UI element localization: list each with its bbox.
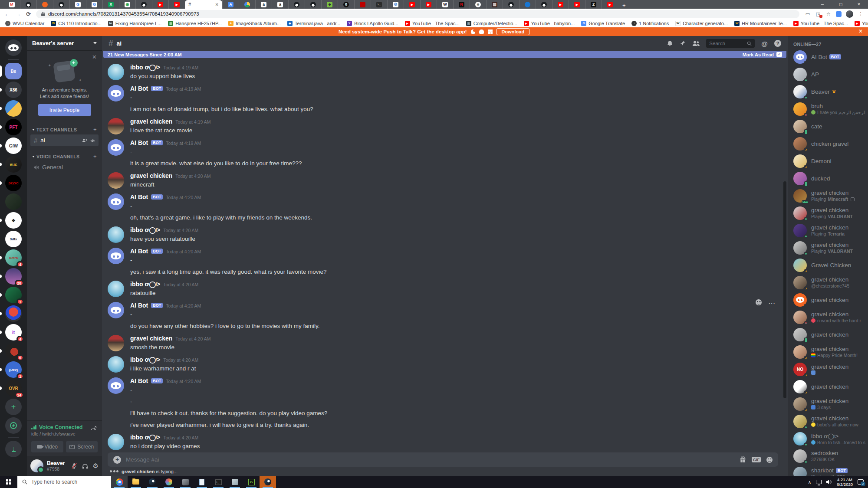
- voice-channel-detail[interactable]: idle / twitch.tv/swuave: [31, 431, 98, 436]
- member-row[interactable]: chicken gravel: [793, 135, 865, 152]
- message-author[interactable]: AI Bot: [130, 139, 148, 146]
- taskbar-steam[interactable]: [144, 476, 161, 488]
- avatar[interactable]: [793, 432, 807, 445]
- add-member-icon[interactable]: [82, 138, 87, 143]
- member-row[interactable]: gravel chickenbobo's all alone now: [793, 413, 865, 430]
- member-row[interactable]: gravel chickenPlaying VALORANT: [793, 239, 865, 256]
- avatar[interactable]: [108, 281, 124, 297]
- avatar[interactable]: [793, 241, 807, 255]
- network-icon[interactable]: [816, 480, 822, 484]
- invite-people-button[interactable]: Invite People: [38, 104, 91, 116]
- tray-expand-icon[interactable]: ∧: [808, 480, 811, 485]
- tab-profile-site[interactable]: ☻: [470, 0, 486, 9]
- browser-profile-avatar[interactable]: [846, 10, 853, 18]
- avatar[interactable]: [108, 64, 124, 80]
- mark-as-read-button[interactable]: Mark As Read: [743, 52, 774, 57]
- server-icon-pipboy[interactable]: [5, 193, 22, 210]
- taskbar-notepad[interactable]: [194, 476, 210, 488]
- tab-discord-active[interactable]: #✕: [185, 0, 222, 9]
- address-bar[interactable]: discord.com/channels/708201314370453554/…: [36, 10, 799, 18]
- message-author[interactable]: ibbo ơ◯ᵎ>: [130, 281, 160, 288]
- tab-smiley-green[interactable]: ☻: [321, 0, 338, 9]
- tab-github[interactable]: [305, 0, 321, 9]
- member-row[interactable]: NOgravel chicken: [793, 360, 865, 378]
- extension-blue-icon[interactable]: [836, 11, 842, 17]
- tab-github[interactable]: [135, 0, 152, 9]
- bookmark-item[interactable]: WCS 110 Introductio...: [51, 21, 101, 26]
- reload-icon[interactable]: ⟳: [26, 11, 31, 17]
- member-row[interactable]: gravel chicken3 days: [793, 395, 865, 413]
- server-icon-dev-help[interactable]: {Dev}1: [5, 361, 22, 378]
- taskbar-app[interactable]: [227, 476, 243, 488]
- avatar[interactable]: NO: [793, 363, 807, 376]
- bookmark-item[interactable]: WCharacter generato...: [675, 21, 728, 26]
- avatar[interactable]: [793, 50, 807, 64]
- add-reaction-icon[interactable]: +: [756, 299, 762, 307]
- tab-gmail[interactable]: M: [3, 0, 20, 9]
- message-author[interactable]: AI Bot: [130, 302, 148, 309]
- taskbar-cmd[interactable]: ›_: [210, 476, 227, 488]
- member-row[interactable]: sharkbotBOTPlaying with 326 ♥s: [793, 465, 865, 476]
- avatar[interactable]: [108, 193, 124, 210]
- avatar[interactable]: [108, 434, 124, 450]
- member-row[interactable]: bruhI hate you بسم الله الرحمن الرحيم...: [793, 100, 865, 118]
- inbox-mentions-icon[interactable]: @: [761, 40, 768, 47]
- member-row[interactable]: gravel chicken: [793, 291, 865, 308]
- member-list-icon[interactable]: [692, 40, 700, 46]
- message-author[interactable]: ibbo ơ◯ᵎ>: [130, 226, 160, 233]
- upload-plus-icon[interactable]: +: [113, 456, 121, 464]
- invite-close-icon[interactable]: ✕: [92, 54, 97, 60]
- download-apps-button[interactable]: ↓: [5, 441, 22, 457]
- avatar[interactable]: [793, 224, 807, 237]
- avatar[interactable]: [793, 345, 807, 359]
- taskbar-krita[interactable]: [161, 476, 177, 488]
- tab-youtube[interactable]: ▶: [602, 0, 618, 9]
- avatar[interactable]: [108, 226, 124, 243]
- tab-github[interactable]: [53, 0, 69, 9]
- new-tab-button[interactable]: +: [618, 2, 630, 9]
- tab-netflix[interactable]: N: [453, 0, 470, 9]
- message-author[interactable]: gravel chicken: [130, 172, 172, 179]
- avatar[interactable]: [793, 85, 807, 98]
- server-icon-beavers-server[interactable]: Bs: [5, 63, 22, 79]
- tab-close-icon[interactable]: ✕: [215, 2, 219, 7]
- close-icon[interactable]: ✕: [850, 2, 868, 7]
- message-author[interactable]: ibbo ơ◯ᵎ>: [130, 64, 160, 71]
- avatar[interactable]: [793, 259, 807, 272]
- server-icon-3dfx[interactable]: 3dfx: [5, 231, 22, 247]
- member-row[interactable]: ducked: [793, 170, 865, 187]
- video-button[interactable]: Video: [31, 441, 63, 452]
- bookmark-item[interactable]: WHR Mountaineer Te...: [734, 21, 787, 26]
- server-icon-discord-art[interactable]: [5, 100, 22, 117]
- server-icon-it-server[interactable]: it4: [5, 324, 22, 341]
- tab-maps[interactable]: ◉: [119, 0, 135, 9]
- server-icon-overwatch[interactable]: OVR14: [5, 380, 22, 396]
- bookmark-item[interactable]: ◔WVU Calendar: [5, 21, 44, 26]
- avatar[interactable]: [108, 172, 124, 189]
- cast-icon[interactable]: ▭: [805, 11, 811, 17]
- message-author[interactable]: AI Bot: [130, 377, 148, 384]
- add-channel-icon[interactable]: +: [93, 126, 97, 133]
- tab-youtube[interactable]: ▶: [152, 0, 168, 9]
- bookmark-item[interactable]: ✦ImageShack Album...: [228, 21, 281, 26]
- bookmark-item[interactable]: ▣Computer/Detectio...: [466, 21, 517, 26]
- bookmark-item[interactable]: YBlock I Apollo Guid...: [347, 21, 398, 26]
- banner-close-icon[interactable]: ✕: [858, 28, 863, 34]
- server-icon-green-server[interactable]: 1: [5, 287, 22, 303]
- avatar[interactable]: [793, 137, 807, 151]
- avatar[interactable]: [793, 311, 807, 324]
- member-row[interactable]: gravel chickenHappy Pride Month!: [793, 343, 865, 360]
- notifications-bell-icon[interactable]: [667, 40, 673, 47]
- taskbar-gamemaker[interactable]: G: [243, 476, 260, 488]
- screen-share-button[interactable]: Screen: [66, 441, 98, 452]
- message-author[interactable]: AI Bot: [130, 85, 148, 92]
- taskbar-search-input[interactable]: Type here to search: [17, 476, 111, 488]
- member-row[interactable]: gravel chicken: [793, 378, 865, 395]
- avatar[interactable]: [793, 172, 807, 185]
- member-row[interactable]: ibbo ơ◯ᵎ>Born to fish...forced to s...: [793, 430, 865, 447]
- bookmark-item[interactable]: ▶YouTube - The Spac...: [793, 21, 848, 26]
- extension-icon[interactable]: ◳: [815, 11, 821, 17]
- tab-github[interactable]: [536, 0, 552, 9]
- back-icon[interactable]: ←: [4, 11, 10, 17]
- avatar[interactable]: [108, 356, 124, 373]
